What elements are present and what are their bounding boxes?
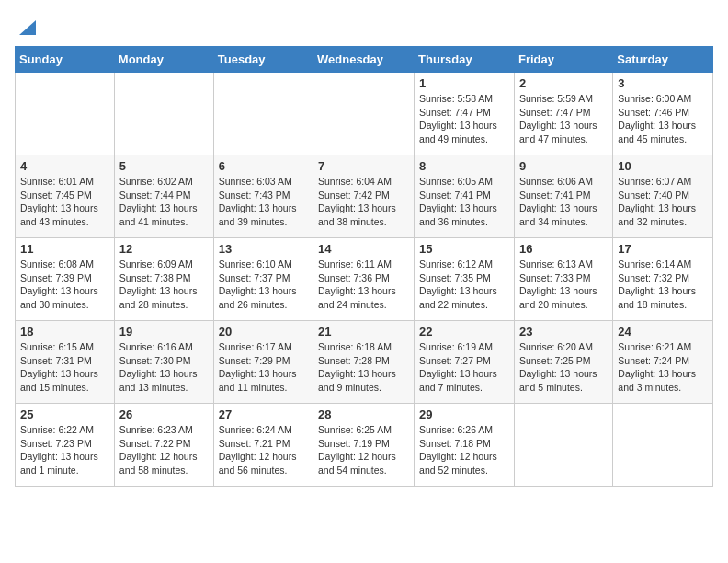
calendar-cell <box>213 73 313 155</box>
day-info: Sunrise: 6:05 AMSunset: 7:41 PMDaylight:… <box>419 175 509 229</box>
day-info: Sunrise: 6:25 AMSunset: 7:19 PMDaylight:… <box>318 423 409 477</box>
day-number: 15 <box>419 242 509 256</box>
day-info: Sunrise: 6:13 AMSunset: 7:33 PMDaylight:… <box>519 258 608 312</box>
day-info: Sunrise: 6:20 AMSunset: 7:25 PMDaylight:… <box>519 340 608 395</box>
day-info: Sunrise: 6:06 AMSunset: 7:41 PMDaylight:… <box>519 175 608 229</box>
day-number: 13 <box>219 242 308 256</box>
calendar-cell: 20Sunrise: 6:17 AMSunset: 7:29 PMDayligh… <box>213 321 313 404</box>
day-info: Sunrise: 6:21 AMSunset: 7:24 PMDaylight:… <box>618 340 708 395</box>
day-info: Sunrise: 6:26 AMSunset: 7:18 PMDaylight:… <box>419 423 509 477</box>
day-info: Sunrise: 6:12 AMSunset: 7:35 PMDaylight:… <box>419 258 509 312</box>
day-number: 24 <box>618 325 708 339</box>
calendar-cell: 17Sunrise: 6:14 AMSunset: 7:32 PMDayligh… <box>613 238 713 321</box>
calendar-cell: 15Sunrise: 6:12 AMSunset: 7:35 PMDayligh… <box>415 238 515 321</box>
day-number: 2 <box>519 76 608 90</box>
day-info: Sunrise: 5:58 AMSunset: 7:47 PMDaylight:… <box>419 92 509 146</box>
calendar-cell <box>514 404 612 487</box>
day-number: 21 <box>318 325 409 339</box>
calendar-week-row: 11Sunrise: 6:08 AMSunset: 7:39 PMDayligh… <box>16 238 713 321</box>
calendar-cell: 26Sunrise: 6:23 AMSunset: 7:22 PMDayligh… <box>114 404 213 487</box>
calendar-cell: 24Sunrise: 6:21 AMSunset: 7:24 PMDayligh… <box>613 321 713 404</box>
day-info: Sunrise: 6:17 AMSunset: 7:29 PMDaylight:… <box>219 340 308 395</box>
logo-icon <box>16 18 36 39</box>
weekday-header: Wednesday <box>313 47 415 73</box>
calendar-cell: 11Sunrise: 6:08 AMSunset: 7:39 PMDayligh… <box>16 238 115 321</box>
calendar-cell: 6Sunrise: 6:03 AMSunset: 7:43 PMDaylight… <box>213 155 313 238</box>
day-number: 3 <box>618 76 708 90</box>
day-info: Sunrise: 6:00 AMSunset: 7:46 PMDaylight:… <box>618 92 708 146</box>
day-number: 17 <box>618 242 708 256</box>
calendar-cell: 3Sunrise: 6:00 AMSunset: 7:46 PMDaylight… <box>613 73 713 155</box>
day-info: Sunrise: 6:24 AMSunset: 7:21 PMDaylight:… <box>219 423 308 477</box>
weekday-header: Saturday <box>613 47 713 73</box>
day-info: Sunrise: 6:04 AMSunset: 7:42 PMDaylight:… <box>318 175 409 229</box>
day-info: Sunrise: 6:14 AMSunset: 7:32 PMDaylight:… <box>618 258 708 312</box>
day-number: 16 <box>519 242 608 256</box>
day-number: 6 <box>219 159 308 173</box>
day-info: Sunrise: 6:15 AMSunset: 7:31 PMDaylight:… <box>20 340 109 395</box>
day-info: Sunrise: 6:11 AMSunset: 7:36 PMDaylight:… <box>318 258 409 312</box>
day-number: 25 <box>20 408 109 421</box>
calendar-week-row: 4Sunrise: 6:01 AMSunset: 7:45 PMDaylight… <box>16 155 713 238</box>
day-number: 5 <box>119 159 209 173</box>
calendar-cell: 12Sunrise: 6:09 AMSunset: 7:38 PMDayligh… <box>114 238 213 321</box>
weekday-header: Thursday <box>415 47 515 73</box>
weekday-header: Tuesday <box>213 47 313 73</box>
calendar-cell: 10Sunrise: 6:07 AMSunset: 7:40 PMDayligh… <box>613 155 713 238</box>
calendar-week-row: 1Sunrise: 5:58 AMSunset: 7:47 PMDaylight… <box>16 73 713 155</box>
calendar-week-row: 25Sunrise: 6:22 AMSunset: 7:23 PMDayligh… <box>16 404 713 487</box>
day-info: Sunrise: 6:22 AMSunset: 7:23 PMDaylight:… <box>20 423 109 477</box>
day-info: Sunrise: 6:19 AMSunset: 7:27 PMDaylight:… <box>419 340 509 395</box>
day-info: Sunrise: 6:01 AMSunset: 7:45 PMDaylight:… <box>20 175 109 229</box>
calendar-cell: 25Sunrise: 6:22 AMSunset: 7:23 PMDayligh… <box>16 404 115 487</box>
calendar-cell: 23Sunrise: 6:20 AMSunset: 7:25 PMDayligh… <box>514 321 612 404</box>
calendar-cell <box>114 73 213 155</box>
header-row: SundayMondayTuesdayWednesdayThursdayFrid… <box>16 47 713 73</box>
calendar-cell: 4Sunrise: 6:01 AMSunset: 7:45 PMDaylight… <box>16 155 115 238</box>
day-number: 19 <box>119 325 209 339</box>
calendar-cell: 18Sunrise: 6:15 AMSunset: 7:31 PMDayligh… <box>16 321 115 404</box>
calendar-cell: 29Sunrise: 6:26 AMSunset: 7:18 PMDayligh… <box>415 404 515 487</box>
calendar-cell: 16Sunrise: 6:13 AMSunset: 7:33 PMDayligh… <box>514 238 612 321</box>
day-info: Sunrise: 6:02 AMSunset: 7:44 PMDaylight:… <box>119 175 209 229</box>
day-info: Sunrise: 6:16 AMSunset: 7:30 PMDaylight:… <box>119 340 209 395</box>
day-number: 14 <box>318 242 409 256</box>
calendar-cell: 27Sunrise: 6:24 AMSunset: 7:21 PMDayligh… <box>213 404 313 487</box>
calendar-cell: 2Sunrise: 5:59 AMSunset: 7:47 PMDaylight… <box>514 73 612 155</box>
day-number: 7 <box>318 159 409 173</box>
day-number: 18 <box>20 325 109 339</box>
day-number: 9 <box>519 159 608 173</box>
page-header <box>15 15 713 39</box>
weekday-header: Sunday <box>16 47 115 73</box>
day-number: 1 <box>419 76 509 90</box>
calendar-cell <box>613 404 713 487</box>
calendar-cell: 28Sunrise: 6:25 AMSunset: 7:19 PMDayligh… <box>313 404 415 487</box>
weekday-header: Monday <box>114 47 213 73</box>
calendar-week-row: 18Sunrise: 6:15 AMSunset: 7:31 PMDayligh… <box>16 321 713 404</box>
calendar-cell <box>16 73 115 155</box>
day-number: 12 <box>119 242 209 256</box>
day-number: 10 <box>618 159 708 173</box>
calendar-cell: 5Sunrise: 6:02 AMSunset: 7:44 PMDaylight… <box>114 155 213 238</box>
calendar-cell <box>313 73 415 155</box>
day-info: Sunrise: 6:10 AMSunset: 7:37 PMDaylight:… <box>219 258 308 312</box>
day-number: 27 <box>219 408 308 421</box>
day-number: 4 <box>20 159 109 173</box>
day-info: Sunrise: 6:09 AMSunset: 7:38 PMDaylight:… <box>119 258 209 312</box>
day-number: 8 <box>419 159 509 173</box>
day-number: 29 <box>419 408 509 421</box>
calendar-cell: 8Sunrise: 6:05 AMSunset: 7:41 PMDaylight… <box>415 155 515 238</box>
day-info: Sunrise: 6:07 AMSunset: 7:40 PMDaylight:… <box>618 175 708 229</box>
day-info: Sunrise: 5:59 AMSunset: 7:47 PMDaylight:… <box>519 92 608 146</box>
calendar-cell: 1Sunrise: 5:58 AMSunset: 7:47 PMDaylight… <box>415 73 515 155</box>
day-number: 20 <box>219 325 308 339</box>
day-info: Sunrise: 6:03 AMSunset: 7:43 PMDaylight:… <box>219 175 308 229</box>
calendar-cell: 7Sunrise: 6:04 AMSunset: 7:42 PMDaylight… <box>313 155 415 238</box>
weekday-header: Friday <box>514 47 612 73</box>
calendar-cell: 21Sunrise: 6:18 AMSunset: 7:28 PMDayligh… <box>313 321 415 404</box>
day-number: 28 <box>318 408 409 421</box>
calendar-cell: 13Sunrise: 6:10 AMSunset: 7:37 PMDayligh… <box>213 238 313 321</box>
logo <box>15 18 36 39</box>
day-info: Sunrise: 6:23 AMSunset: 7:22 PMDaylight:… <box>119 423 209 477</box>
calendar-cell: 9Sunrise: 6:06 AMSunset: 7:41 PMDaylight… <box>514 155 612 238</box>
